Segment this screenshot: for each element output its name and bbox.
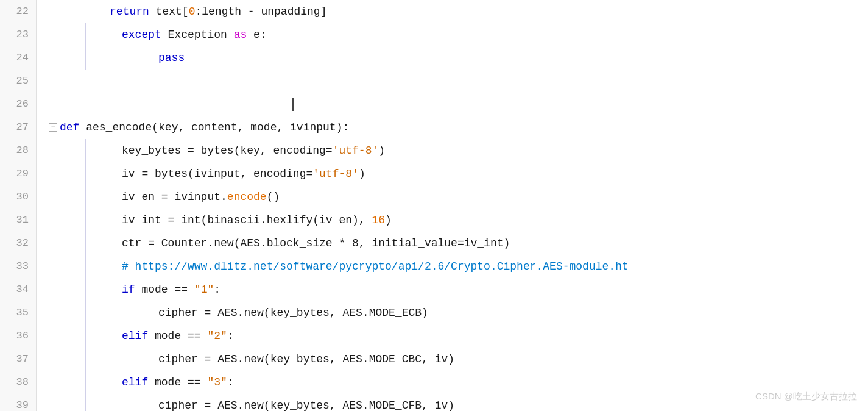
line-number: 23: [0, 23, 36, 46]
token-kw: return: [110, 0, 149, 23]
token-str: 'utf-8': [312, 162, 359, 185]
code-line: iv_int = int(binascii.hexlify(iv_en), 16…: [37, 209, 868, 232]
token-method: encode: [227, 185, 267, 209]
code-line: elif mode == "3":: [37, 371, 868, 394]
indent-vline: [85, 301, 122, 324]
token-kw: if: [122, 278, 135, 301]
code-line: # https://www.dlitz.net/software/pycrypt…: [37, 255, 868, 278]
token-plain: :: [227, 371, 234, 394]
indent-vline: [85, 209, 122, 232]
token-plain: :: [227, 324, 234, 348]
token-kw2: as: [234, 23, 247, 46]
line-number: 32: [0, 232, 36, 255]
line-numbers: 22232425262728293031323334353637383940: [0, 0, 37, 411]
token-comment: # https://www.dlitz.net/software/pycrypt…: [122, 255, 629, 278]
token-kw: elif: [122, 324, 148, 348]
line-number: 24: [0, 46, 36, 70]
line-number: 29: [0, 162, 36, 185]
line-number: 34: [0, 278, 36, 301]
token-plain: ): [385, 209, 392, 232]
line-number: 31: [0, 209, 36, 232]
token-kw: elif: [122, 371, 148, 394]
code-line: cipher = AES.new(key_bytes, AES.MODE_CBC…: [37, 348, 868, 371]
line-number: 33: [0, 255, 36, 278]
indent-vline: [85, 46, 122, 70]
indent-vline: [85, 278, 122, 301]
token-plain: cipher = AES.new(key_bytes, AES.MODE_CBC…: [158, 348, 454, 371]
token-plain: iv = bytes(ivinput, encoding=: [122, 162, 312, 185]
line-number: 28: [0, 139, 36, 162]
token-str: "1": [194, 278, 214, 301]
code-line: pass: [37, 46, 868, 70]
line-number: 25: [0, 70, 36, 93]
line-number: 38: [0, 371, 36, 394]
indent-vline: [85, 232, 122, 255]
indent-vline: [85, 23, 122, 46]
token-plain: iv_int = int(binascii.hexlify(iv_en),: [122, 209, 372, 232]
line-number: 22: [0, 0, 36, 23]
token-plain: e:: [247, 23, 266, 46]
code-line: [37, 70, 868, 93]
token-plain: mode ==: [148, 324, 207, 348]
indent-vline: [85, 394, 122, 411]
code-line: return text[0:length - unpadding]: [37, 0, 868, 23]
token-plain: aes_encode(key, content, mode, ivinput):: [79, 116, 349, 139]
token-plain: iv_en = ivinput.: [122, 185, 227, 209]
code-line: except Exception as e:: [37, 23, 868, 46]
token-plain: mode ==: [135, 278, 194, 301]
code-line: if mode == "1":: [37, 278, 868, 301]
code-line: −def aes_encode(key, content, mode, ivin…: [37, 116, 868, 139]
token-plain: :length - unpadding]: [195, 0, 326, 23]
code-line: iv = bytes(ivinput, encoding='utf-8'): [37, 162, 868, 185]
line-number: 26: [0, 93, 36, 116]
token-plain: key_bytes = bytes(key, encoding=: [122, 139, 333, 162]
token-kw: except: [122, 23, 161, 46]
indent-vline: [85, 139, 122, 162]
code-line: key_bytes = bytes(key, encoding='utf-8'): [37, 139, 868, 162]
indent-vline: [85, 348, 122, 371]
token-num: 0: [189, 0, 196, 23]
code-area[interactable]: return text[0:length - unpadding]except …: [37, 0, 868, 411]
token-plain: cipher = AES.new(key_bytes, AES.MODE_ECB…: [158, 301, 428, 324]
line-number: 30: [0, 185, 36, 209]
token-str: 'utf-8': [333, 139, 379, 162]
token-num: 16: [372, 209, 385, 232]
token-plain: :: [214, 278, 221, 301]
indent-vline: [85, 324, 122, 348]
indent-vline: [85, 185, 122, 209]
code-line: [37, 93, 868, 116]
line-number: 27: [0, 116, 36, 139]
token-plain: ): [359, 162, 365, 185]
token-plain: mode ==: [148, 371, 207, 394]
line-number: 39: [0, 394, 36, 411]
token-kw: def: [60, 116, 79, 139]
token-plain: ctr = Counter.new(AES.block_size * 8, in…: [122, 232, 510, 255]
code-line: iv_en = ivinput.encode(): [37, 185, 868, 209]
fold-icon[interactable]: −: [49, 123, 57, 132]
token-str: "2": [207, 324, 227, 348]
token-plain: text[: [149, 0, 189, 23]
token-str: "3": [207, 371, 227, 394]
code-line: ctr = Counter.new(AES.block_size * 8, in…: [37, 232, 868, 255]
indent-vline: [85, 371, 122, 394]
code-editor: 22232425262728293031323334353637383940 r…: [0, 0, 868, 411]
token-plain: ): [378, 139, 385, 162]
token-plain: (): [267, 185, 280, 209]
token-plain: Exception: [161, 23, 234, 46]
token-kw: pass: [158, 46, 185, 70]
line-number: 35: [0, 301, 36, 324]
watermark: CSDN @吃土少女古拉拉: [755, 391, 857, 402]
code-line: cipher = AES.new(key_bytes, AES.MODE_CFB…: [37, 394, 868, 411]
code-line: elif mode == "2":: [37, 324, 868, 348]
code-line: cipher = AES.new(key_bytes, AES.MODE_ECB…: [37, 301, 868, 324]
indent-vline: [85, 162, 122, 185]
text-cursor: [292, 98, 294, 111]
indent-vline: [85, 255, 122, 278]
line-number: 37: [0, 348, 36, 371]
line-number: 36: [0, 324, 36, 348]
token-plain: cipher = AES.new(key_bytes, AES.MODE_CFB…: [158, 394, 454, 411]
